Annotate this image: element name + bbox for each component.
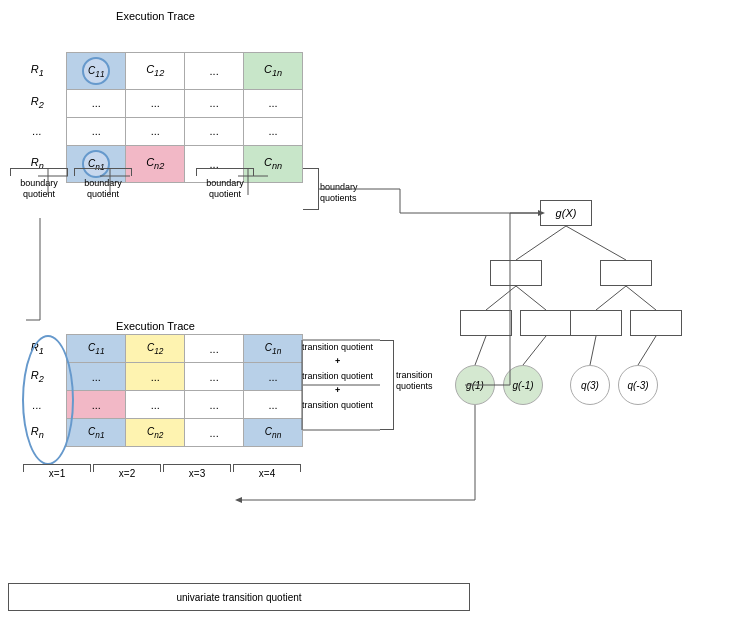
bq-label-2: boundary quotient [72, 178, 134, 200]
tree-leaf-box-2 [520, 310, 572, 336]
svg-line-19 [475, 336, 486, 365]
leaf-g1: g(1) [455, 365, 495, 405]
top-matrix-table: R1 C11 C12 ... C1n R2 ... ... ... ... ..… [8, 24, 303, 183]
leaf-qm3: q(-3) [618, 365, 658, 405]
cell-c1n: C1n [244, 52, 303, 89]
bot-row-r1: R1 [8, 335, 67, 363]
svg-line-16 [516, 286, 546, 310]
univariate-box: univariate transition quotient [8, 583, 470, 611]
bq-right-bracket [303, 168, 319, 210]
leaf-q3: q(3) [570, 365, 610, 405]
svg-marker-25 [235, 497, 242, 503]
tq-labels: transition quotient + transition quotien… [302, 340, 373, 412]
leaf-q3-label: q(3) [581, 380, 599, 391]
bq-group-label: boundary quotients [320, 182, 390, 204]
cell-c11: C11 [67, 52, 126, 89]
cell-c12: C12 [126, 52, 185, 89]
svg-line-15 [486, 286, 516, 310]
row-header-dots: ... [8, 117, 67, 145]
tq-2: transition quotient [302, 369, 373, 383]
tree-left-box [490, 260, 542, 286]
svg-line-20 [523, 336, 546, 365]
tq-3: transition quotient [302, 398, 373, 412]
bq-3: boundary quotient [194, 168, 256, 200]
bq-2: boundary quotient [72, 168, 134, 200]
leaf-qm3-label: q(-3) [627, 380, 648, 391]
bot-row-rn: Rn [8, 419, 67, 447]
bq-1: boundary quotient [8, 168, 70, 200]
svg-line-21 [590, 336, 596, 365]
cell-dots1: ... [185, 52, 244, 89]
bq-label-1: boundary quotient [8, 178, 70, 200]
row-header-r2: R2 [8, 89, 67, 117]
plus-2: + [302, 383, 373, 397]
leaf-gm1-label: g(-1) [512, 380, 533, 391]
svg-line-18 [626, 286, 656, 310]
tree-root-gx: g(X) [540, 200, 592, 226]
tree-leaf-box-3 [570, 310, 622, 336]
tq-1: transition quotient [302, 340, 373, 354]
bottom-matrix: Execution Trace R1 C11 C12 ... C1n R2 ..… [8, 320, 303, 447]
top-matrix-title: Execution Trace [8, 10, 303, 22]
row-header-r1: R1 [8, 52, 67, 89]
svg-line-14 [566, 226, 626, 260]
boundary-quotient-area: boundary quotient boundary quotient boun… [8, 168, 303, 200]
bq-label-3: boundary quotient [194, 178, 256, 200]
svg-line-17 [596, 286, 626, 310]
svg-line-22 [638, 336, 656, 365]
tree-right-box [600, 260, 652, 286]
univariate-label: univariate transition quotient [176, 592, 301, 603]
tq-right-bracket [380, 340, 394, 430]
svg-line-13 [516, 226, 566, 260]
bottom-matrix-title: Execution Trace [8, 320, 303, 332]
top-matrix: Execution Trace R1 C11 C12 ... C1n [8, 10, 303, 183]
tree-leaf-box-1 [460, 310, 512, 336]
bottom-matrix-table: R1 C11 C12 ... C1n R2 ... ... ... ... ..… [8, 334, 303, 447]
bot-row-dots: ... [8, 391, 67, 419]
leaf-g1-label: g(1) [466, 380, 484, 391]
leaf-gm1: g(-1) [503, 365, 543, 405]
tree-leaf-box-4 [630, 310, 682, 336]
bot-row-r2: R2 [8, 363, 67, 391]
x-brackets [22, 464, 302, 472]
plus-1: + [302, 354, 373, 368]
diagram-container: Execution Trace R1 C11 C12 ... C1n [0, 0, 736, 629]
